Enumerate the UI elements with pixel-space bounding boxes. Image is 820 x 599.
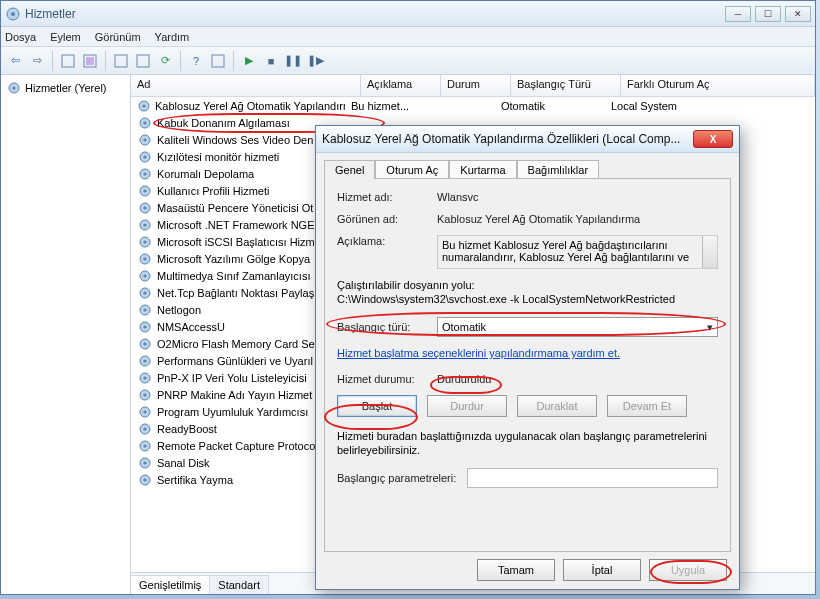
service-name: NMSAccessU [157,321,225,333]
gear-icon [138,184,152,198]
service-properties-dialog: Kablosuz Yerel Ağ Otomatik Yapılandırma … [315,125,740,590]
close-button[interactable]: ✕ [785,6,811,22]
svg-point-25 [143,223,146,226]
resume-button: Devam Et [607,395,687,417]
label-display-name: Görünen ad: [337,213,437,225]
ok-button[interactable]: Tamam [477,559,555,581]
start-button[interactable]: Başlat [337,395,417,417]
service-name: Netlogon [157,304,201,316]
stop-button: Durdur [427,395,507,417]
params-note: Hizmeti buradan başlattığınızda uygulana… [337,429,718,458]
col-logon[interactable]: Farklı Oturum Aç [621,75,815,96]
tree-root-services[interactable]: Hizmetler (Yerel) [5,79,126,97]
value-exe-path: C:\Windows\system32\svchost.exe -k Local… [337,293,718,305]
menu-help[interactable]: Yardım [155,31,190,43]
svg-point-49 [143,427,146,430]
value-display-name: Kablosuz Yerel Ağ Otomatik Yapılandırma [437,213,718,225]
menu-action[interactable]: Eylem [50,31,81,43]
gear-icon [138,201,152,215]
svg-point-19 [143,172,146,175]
column-headers: Ad Açıklama Durum Başlangıç Türü Farklı … [131,75,815,97]
menubar: Dosya Eylem Görünüm Yardım [1,27,815,47]
gear-icon [138,439,152,453]
value-description[interactable]: Bu hizmet Kablosuz Yerel Ağ bağdaştırıcı… [437,235,718,269]
service-name: Masaüstü Pencere Yöneticisi Ot [157,202,313,214]
service-name: Microsoft .NET Framework NGE [157,219,315,231]
cancel-button[interactable]: İptal [563,559,641,581]
gear-icon [138,218,152,232]
svg-point-23 [143,206,146,209]
toolbar-btn-5[interactable] [208,51,228,71]
value-service-name: Wlansvc [437,191,718,203]
maximize-button[interactable]: ☐ [755,6,781,22]
toolbar: ⇦ ⇨ ⟳ ? ▶ ■ ❚❚ ❚▶ [1,47,815,75]
menu-view[interactable]: Görünüm [95,31,141,43]
dialog-footer: Tamam İptal Uygula [316,559,739,581]
play-icon[interactable]: ▶ [239,51,259,71]
help-icon[interactable]: ? [186,51,206,71]
gear-icon [138,286,152,300]
svg-point-1 [11,12,15,16]
tab-general[interactable]: Genel [324,160,375,179]
gear-icon [138,473,152,487]
toolbar-btn-1[interactable] [58,51,78,71]
restart-icon[interactable]: ❚▶ [305,51,325,71]
svg-point-33 [143,291,146,294]
col-startup[interactable]: Başlangıç Türü [511,75,621,96]
svg-point-15 [143,138,146,141]
service-name: Sertifika Yayma [157,474,233,486]
back-icon[interactable]: ⇦ [5,51,25,71]
svg-point-47 [143,410,146,413]
refresh-icon[interactable]: ⟳ [155,51,175,71]
toolbar-btn-4[interactable] [133,51,153,71]
gear-icon [137,99,151,113]
minimize-button[interactable]: ─ [725,6,751,22]
main-titlebar[interactable]: Hizmetler ─ ☐ ✕ [1,1,815,27]
stop-icon[interactable]: ■ [261,51,281,71]
label-description: Açıklama: [337,235,437,247]
service-startup: Otomatik [495,100,605,112]
col-status[interactable]: Durum [441,75,511,96]
svg-point-13 [143,121,146,124]
col-name[interactable]: Ad [131,75,361,96]
svg-rect-5 [115,55,127,67]
gear-icon [138,252,152,266]
label-service-name: Hizmet adı: [337,191,437,203]
gear-icon [138,116,152,130]
service-row[interactable]: Kablosuz Yerel Ağ Otomatik YapılandırmaB… [131,97,815,114]
col-description[interactable]: Açıklama [361,75,441,96]
toolbar-btn-3[interactable] [111,51,131,71]
startup-type-select[interactable]: Otomatik [437,317,718,337]
svg-rect-4 [86,57,94,65]
dialog-titlebar[interactable]: Kablosuz Yerel Ağ Otomatik Yapılandırma … [316,126,739,153]
dialog-title: Kablosuz Yerel Ağ Otomatik Yapılandırma … [322,132,693,146]
pause-button: Duraklat [517,395,597,417]
tab-standard[interactable]: Standart [210,575,269,594]
service-name: Remote Packet Capture Protoco [157,440,315,452]
svg-point-17 [143,155,146,158]
dialog-close-button[interactable]: X [693,130,733,148]
help-link[interactable]: Hizmet başlatma seçeneklerini yapılandır… [337,347,620,359]
tab-logon[interactable]: Oturum Aç [375,160,449,179]
services-app-icon [5,6,21,22]
svg-point-29 [143,257,146,260]
pause-icon[interactable]: ❚❚ [283,51,303,71]
svg-point-27 [143,240,146,243]
left-tree-pane: Hizmetler (Yerel) [1,75,131,594]
dialog-tabs: Genel Oturum Aç Kurtarma Bağımlılıklar [316,153,739,178]
tab-extended[interactable]: Genişletilmiş [131,575,210,594]
svg-point-51 [143,444,146,447]
dialog-body: Hizmet adı: Wlansvc Görünen ad: Kablosuz… [324,178,731,552]
tab-dependencies[interactable]: Bağımlılıklar [517,160,600,179]
gear-icon [138,337,152,351]
toolbar-btn-2[interactable] [80,51,100,71]
svg-point-45 [143,393,146,396]
service-logon: Local System [605,100,815,112]
svg-point-9 [12,86,15,89]
gear-icon [138,150,152,164]
start-params-input[interactable] [467,468,718,488]
service-name: Microsoft iSCSI Başlatıcısı Hizm [157,236,315,248]
tab-recovery[interactable]: Kurtarma [449,160,516,179]
forward-icon[interactable]: ⇨ [27,51,47,71]
menu-file[interactable]: Dosya [5,31,36,43]
